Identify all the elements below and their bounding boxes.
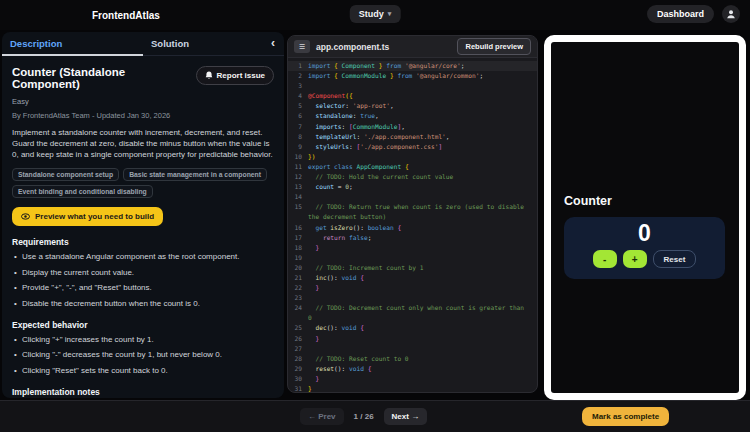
code-line: 13 count = 0; <box>288 182 537 192</box>
line-number: 4 <box>288 91 308 101</box>
code-text: // TODO: Return true when count is zero … <box>308 202 531 222</box>
code-text: // TODO: Decrement count only when count… <box>308 303 531 323</box>
line-number: 26 <box>288 334 308 344</box>
topic-tag: Standalone component setup <box>12 168 119 181</box>
counter-card: 0 - + Reset <box>564 217 725 279</box>
chevron-down-icon: ▾ <box>388 10 392 18</box>
collapse-panel-icon[interactable]: ‹ <box>271 36 275 50</box>
line-number: 16 <box>288 223 308 233</box>
pagination-nav: ← Prev 1 / 26 Next → <box>300 408 427 425</box>
bullet-item: Clicking "-" decreases the count by 1, b… <box>12 350 274 360</box>
user-avatar-button[interactable] <box>722 5 740 23</box>
code-text: inc(): void { <box>308 273 531 283</box>
line-number: 28 <box>288 354 308 364</box>
progress-counter: 1 / 26 <box>354 412 374 421</box>
code-text: dec(): void { <box>308 323 531 333</box>
code-editor-panel: ☰ app.component.ts Rebuild preview 1impo… <box>287 35 538 393</box>
code-text: export class AppComponent { <box>308 162 531 172</box>
line-number: 8 <box>288 132 308 142</box>
code-line: 30 } <box>288 374 537 384</box>
rebuild-preview-button[interactable]: Rebuild preview <box>457 38 531 55</box>
code-line: 29 reset(): void { <box>288 364 537 374</box>
code-line: 25 dec(): void { <box>288 323 537 333</box>
line-number: 13 <box>288 182 308 192</box>
code-text: } <box>308 334 531 344</box>
counter-heading: Counter <box>564 194 739 208</box>
code-text: selector: 'app-root', <box>308 101 531 111</box>
line-number: 14 <box>288 192 308 202</box>
code-line: 3 <box>288 81 537 91</box>
code-line: 15 // TODO: Return true when count is ze… <box>288 202 537 222</box>
code-line: 9 styleUrls: ['./app.component.css'] <box>288 142 537 152</box>
bullet-list: Clicking "+" increases the count by 1.Cl… <box>12 335 274 376</box>
counter-buttons: - + Reset <box>564 250 725 268</box>
line-number: 10 <box>288 152 308 162</box>
code-line: 7 imports: [CommonModule], <box>288 122 537 132</box>
code-line: 23 <box>288 293 537 303</box>
line-number: 7 <box>288 122 308 132</box>
code-text: // TODO: Reset count to 0 <box>308 354 531 364</box>
challenge-title: Counter (Standalone Component) <box>12 66 196 90</box>
code-text: reset(): void { <box>308 364 531 374</box>
prev-button[interactable]: ← Prev <box>300 408 344 425</box>
bullet-item: Clicking "+" increases the count by 1. <box>12 335 274 345</box>
code-line: 27 <box>288 344 537 354</box>
code-line: 8 templateUrl: './app.component.html', <box>288 132 537 142</box>
code-text <box>308 192 531 202</box>
line-number: 18 <box>288 243 308 253</box>
code-text: // TODO: Increment count by 1 <box>308 263 531 273</box>
preview-target-button[interactable]: Preview what you need to build <box>12 207 163 226</box>
code-text: import { Component } from '@angular/core… <box>308 61 531 71</box>
editor-header: ☰ app.component.ts Rebuild preview <box>288 36 537 58</box>
bell-icon <box>205 71 213 80</box>
tab-description[interactable]: Description <box>2 32 143 55</box>
code-text: standalone: true, <box>308 111 531 121</box>
tab-solution[interactable]: Solution <box>143 32 284 55</box>
bullet-item: Use a standalone Angular component as th… <box>12 252 274 262</box>
bullet-list: Use a standalone Angular component as th… <box>12 252 274 309</box>
preview-viewport: Counter 0 - + Reset <box>551 42 739 393</box>
code-line: 6 standalone: true, <box>288 111 537 121</box>
line-number: 12 <box>288 172 308 182</box>
code-text: get isZero(): boolean { <box>308 223 531 233</box>
decrement-button[interactable]: - <box>593 250 617 268</box>
line-number: 2 <box>288 71 308 81</box>
topbar-right-group: Dashboard <box>647 5 740 23</box>
code-text: }) <box>308 152 531 162</box>
reset-button[interactable]: Reset <box>653 250 697 268</box>
code-text: @Component({ <box>308 91 531 101</box>
code-line: 22 } <box>288 283 537 293</box>
topic-tag: Event binding and conditional disabling <box>12 185 153 198</box>
next-button[interactable]: Next → <box>384 408 428 425</box>
code-text: } <box>308 243 531 253</box>
mark-complete-button[interactable]: Mark as complete <box>582 407 669 426</box>
code-lines[interactable]: 1import { Component } from '@angular/cor… <box>288 58 537 393</box>
code-text: } <box>308 384 531 393</box>
line-number: 21 <box>288 273 308 283</box>
study-menu-button[interactable]: Study ▾ <box>350 5 401 23</box>
study-menu-label: Study <box>359 9 384 19</box>
line-number: 19 <box>288 253 308 263</box>
description-section: Expected behaviorClicking "+" increases … <box>12 320 274 376</box>
panel-tabs: Description Solution ‹ <box>2 32 284 56</box>
description-section: Implementation notesUse a regular class … <box>12 387 274 398</box>
dashboard-button[interactable]: Dashboard <box>647 5 714 23</box>
file-menu-icon[interactable]: ☰ <box>294 40 310 53</box>
code-line: 2import { CommonModule } from '@angular/… <box>288 71 537 81</box>
footer-bar: ← Prev 1 / 26 Next → Mark as complete <box>0 400 750 432</box>
challenge-panel: Description Solution ‹ Counter (Standalo… <box>2 32 284 398</box>
code-line: 28 // TODO: Reset count to 0 <box>288 354 537 364</box>
user-icon <box>726 9 736 19</box>
report-issue-button[interactable]: Report issue <box>196 66 274 85</box>
code-line: 12 // TODO: Hold the current count value <box>288 172 537 182</box>
code-text: styleUrls: ['./app.component.css'] <box>308 142 531 152</box>
file-tab[interactable]: app.component.ts <box>316 42 389 52</box>
section-heading: Requirements <box>12 237 274 247</box>
code-text: } <box>308 283 531 293</box>
increment-button[interactable]: + <box>623 250 647 268</box>
code-text: templateUrl: './app.component.html', <box>308 132 531 142</box>
code-line: 20 // TODO: Increment count by 1 <box>288 263 537 273</box>
challenge-content: Counter (Standalone Component) Report is… <box>2 56 284 398</box>
code-text: imports: [CommonModule], <box>308 122 531 132</box>
code-text: import { CommonModule } from '@angular/c… <box>308 71 531 81</box>
